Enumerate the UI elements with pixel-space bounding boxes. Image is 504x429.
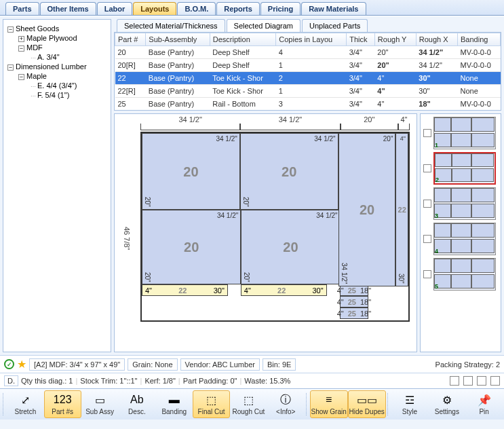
tree-maple-f[interactable]: F. 5/4 (1")	[37, 91, 69, 99]
thumb-checkbox[interactable]	[423, 200, 431, 208]
part-piece[interactable]: 4"2518"	[340, 296, 369, 307]
roughcut-icon: ⬚	[240, 393, 256, 407]
packing-strategy: Packing Strategy: 2	[435, 360, 500, 369]
part-piece[interactable]: 224"30"	[395, 133, 408, 286]
thumb-checkbox[interactable]	[423, 270, 431, 278]
tab-reports[interactable]: Reports	[216, 2, 260, 15]
layout-thumb[interactable]: 3	[433, 187, 496, 220]
tree-maple-plywood[interactable]: Maple Plywood	[26, 34, 77, 42]
col-header[interactable]: Banding	[458, 33, 501, 46]
subassy-icon: ▭	[92, 393, 108, 407]
subtab-selected-diagram[interactable]: Selected Diagram	[227, 19, 301, 32]
part-piece[interactable]: 2020"34 1/2"	[338, 133, 396, 286]
stretch-icon: ⤢	[17, 393, 33, 407]
part-piece[interactable]: 4"2230"	[241, 284, 327, 296]
layout-thumb[interactable]: 4	[433, 223, 496, 255]
layout-thumbnails: 12345	[420, 113, 501, 352]
finalcut-icon: ⬚	[203, 393, 220, 407]
layout-thumb[interactable]: 2	[433, 152, 496, 185]
col-header[interactable]: Rough Y	[374, 33, 416, 46]
tree-mdf[interactable]: MDF	[26, 43, 43, 52]
qty-info: Qty this diag.: 1	[21, 377, 73, 385]
hidedupes-icon: ▭▭	[359, 393, 375, 407]
col-header[interactable]: Thick	[347, 33, 375, 46]
partnums-button[interactable]: 123Part #s	[44, 390, 81, 418]
part-piece[interactable]: 4"2230"	[142, 284, 228, 296]
banding-button[interactable]: ▬Banding	[155, 390, 193, 418]
dim-height: 46 7/8"	[115, 132, 139, 345]
layout-thumb[interactable]: 5	[433, 258, 496, 291]
tree-toggle[interactable]: −	[18, 45, 24, 52]
col-header[interactable]: Rough X	[416, 33, 457, 46]
subtab-selected-material-thickness[interactable]: Selected Material/Thickness	[117, 19, 225, 32]
pin-icon: 📌	[476, 393, 492, 407]
col-header[interactable]: Part #	[115, 33, 146, 46]
tab-layouts[interactable]: Layouts	[133, 2, 176, 15]
roughcut-button[interactable]: ⬚Rough Cut	[230, 390, 267, 418]
part-piece[interactable]: 2034 1/2"20"	[241, 210, 340, 284]
parts-table[interactable]: Part #Sub-AssemblyDescriptionCopies in L…	[114, 32, 501, 111]
strategy-icon[interactable]	[477, 376, 486, 386]
dim-width: 34 1/2"	[140, 115, 240, 130]
settings-button[interactable]: ⚙Settings	[428, 390, 465, 418]
dim-width: 34 1/2"	[240, 115, 340, 130]
info-icon: ⓘ	[277, 393, 294, 407]
layout-diagram[interactable]: 34 1/2"34 1/2"20"4" 46 7/8" 2034 1/2"20"…	[114, 113, 417, 352]
part-piece[interactable]: 2034 1/2"20"	[142, 133, 240, 210]
sheet-outline: 2034 1/2"20" 2034 1/2"20" 2020"34 1/2" 2…	[140, 132, 410, 322]
part-piece[interactable]: 2034 1/2"20"	[142, 210, 241, 284]
tab-b-o-m-[interactable]: B.O.M.	[177, 2, 216, 15]
tree-mdf-a[interactable]: A. 3/4"	[37, 53, 60, 61]
pin-button[interactable]: 📌Pin	[465, 390, 503, 418]
style-icon: ☲	[402, 393, 418, 407]
part-piece[interactable]: 4"2518"	[340, 307, 369, 319]
stretch-button[interactable]: ⤢Stretch	[7, 390, 44, 418]
finalcut-button[interactable]: ⬚Final Cut	[193, 390, 230, 418]
style-button[interactable]: ☲Style	[391, 390, 429, 418]
settings-icon: ⚙	[439, 393, 455, 407]
tree-toggle[interactable]: −	[7, 64, 14, 71]
thumb-checkbox[interactable]	[423, 129, 431, 137]
tab-parts[interactable]: Parts	[5, 2, 39, 15]
tree-maple-e[interactable]: E. 4/4 (3/4")	[37, 81, 77, 90]
subassy-button[interactable]: ▭Sub Assy	[81, 390, 119, 418]
stock-trim-info: Stock Trim: 1"::1"	[80, 377, 137, 385]
table-row[interactable]: 20[R]Base (Pantry)Deep Shelf13/4"20"34 1…	[115, 59, 501, 72]
star-icon[interactable]: ★	[17, 358, 26, 371]
tree-sheet-goods[interactable]: Sheet Goods	[16, 24, 59, 33]
strategy-icon[interactable]	[450, 376, 459, 386]
dim-width: 4"	[398, 115, 410, 130]
tree-toggle[interactable]: −	[18, 74, 24, 80]
tree-dim-lumber[interactable]: Dimensioned Lumber	[16, 62, 87, 71]
table-row[interactable]: 22Base (Pantry)Toe Kick - Shor23/4"4"30"…	[115, 72, 501, 85]
thumb-checkbox[interactable]	[423, 235, 431, 243]
desc-button[interactable]: AbDesc.	[118, 390, 155, 418]
part-piece[interactable]: 2034 1/2"20"	[240, 133, 338, 210]
hidedupes-button[interactable]: ▭▭Hide Dupes	[348, 390, 386, 418]
strategy-icon[interactable]	[490, 376, 500, 386]
tab-other-items[interactable]: Other Items	[40, 2, 96, 15]
subtab-unplaced-parts[interactable]: Unplaced Parts	[302, 19, 368, 32]
padding-info: Part Padding: 0"	[183, 377, 237, 385]
layout-thumb[interactable]: 1	[433, 117, 496, 149]
bin-info: Bin: 9E	[263, 358, 296, 371]
info-button[interactable]: ⓘ<Info>	[267, 390, 305, 418]
tab-labor[interactable]: Labor	[97, 2, 133, 15]
col-header[interactable]: Description	[210, 33, 276, 46]
table-row[interactable]: 25Base (Pantry)Rail - Bottom33/4"4"18"MV…	[115, 98, 501, 111]
showgrain-button[interactable]: ≡Show Grain	[310, 390, 348, 418]
tree-toggle[interactable]: −	[7, 26, 14, 33]
thumb-checkbox[interactable]	[423, 164, 431, 172]
kerf-info: Kerf: 1/8"	[144, 377, 175, 385]
tree-toggle[interactable]: +	[18, 36, 24, 42]
table-row[interactable]: 22[R]Base (Pantry)Toe Kick - Shor13/4"4"…	[115, 85, 501, 98]
tree-maple[interactable]: Maple	[26, 72, 47, 80]
strategy-icon[interactable]	[463, 376, 473, 386]
material-tree[interactable]: −Sheet Goods +Maple Plywood −MDF A. 3/4"…	[3, 19, 111, 352]
table-row[interactable]: 20Base (Pantry)Deep Shelf43/4"20"34 1/2"…	[115, 46, 501, 59]
tab-raw-materials[interactable]: Raw Materials	[301, 2, 366, 15]
tab-pricing[interactable]: Pricing	[260, 2, 301, 15]
col-header[interactable]: Copies in Layou	[276, 33, 347, 46]
grain-info: Grain: None	[128, 358, 177, 371]
col-header[interactable]: Sub-Assembly	[146, 33, 210, 46]
